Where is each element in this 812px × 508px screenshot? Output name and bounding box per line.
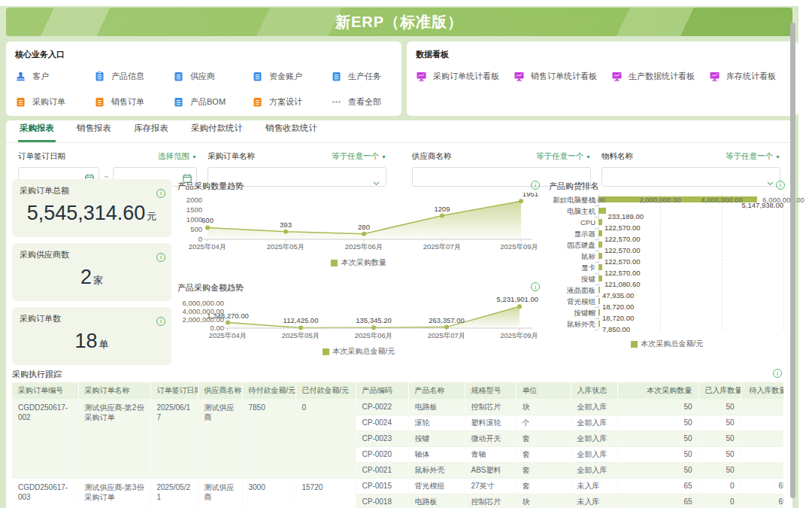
app-header: 新ERP（标准版）: [6, 8, 792, 36]
product-cell: 青轴: [465, 446, 516, 462]
product-cell: 50: [617, 446, 698, 462]
filter-operator-label: 等于任意一个: [536, 151, 583, 162]
amount-trend-chart-block: 产品采购金额趋势i0.002,000,000.004,000,000.006,0…: [177, 282, 540, 360]
filter-operator-label: 选择范围: [158, 151, 189, 162]
bar: [598, 298, 600, 304]
svg-text:112,425.00: 112,425.00: [283, 316, 319, 324]
filter-operator-dropdown[interactable]: 选择范围▼: [158, 151, 197, 162]
svg-text:2025年07月: 2025年07月: [423, 242, 462, 251]
entry-item-fund-account[interactable]: 资金账户: [252, 71, 302, 82]
chart-info-icon[interactable]: i: [531, 181, 540, 190]
stamp-icon: [15, 71, 26, 82]
document-icon: [94, 96, 105, 108]
entry-item-supplier[interactable]: 供应商: [173, 71, 215, 82]
core-business-grid: 客户产品信息供应商资金账户生产任务采购订单销售订单产品BOM方案设计查看全部: [6, 68, 401, 114]
product-cell: CP-0023: [356, 430, 408, 446]
product-cell: 65: [617, 494, 698, 508]
vertical-scrollbar[interactable]: [790, 23, 795, 498]
purchase-tracking-table: 采购订单编号采购订单名称订单签订日期供应商名称待付款金额/元已付款金额/元产品编…: [12, 382, 783, 508]
product-cell: 50: [617, 399, 698, 415]
order-cell: 测试供应商: [198, 399, 242, 478]
monitor-icon: [416, 71, 427, 82]
entry-item-customer[interactable]: 客户: [15, 71, 49, 82]
bar: [598, 253, 602, 259]
bar-category-label: 显示器: [549, 230, 595, 239]
filter-operator-dropdown[interactable]: 等于任意一个▼: [726, 151, 780, 162]
dashboard-item-purchase-order-board[interactable]: 采购订单统计看板: [416, 71, 499, 82]
product-cell: 套: [516, 478, 571, 494]
svg-text:2025年06月: 2025年06月: [355, 331, 393, 339]
dashboard-item-production-board[interactable]: 生产数据统计看板: [611, 71, 695, 82]
product-cell: 轴体: [408, 446, 465, 462]
entry-item-label: 查看全部: [348, 96, 381, 108]
tab-inventory-report[interactable]: 库存报表: [132, 123, 170, 142]
monitor-icon: [514, 71, 525, 82]
tab-sales-receipt[interactable]: 销售收款统计: [264, 123, 319, 142]
entry-item-production-task[interactable]: 生产任务: [331, 71, 381, 82]
entry-item-sales-order[interactable]: 销售订单: [94, 96, 144, 108]
product-cell: 全部入库: [571, 415, 617, 430]
table-row[interactable]: CGDD250617-003测试供应商-第3份采购订单2025/05/21测试供…: [12, 478, 783, 494]
document-icon: [173, 71, 184, 82]
entry-item-product-bom[interactable]: 产品BOM: [173, 96, 226, 108]
entry-item-product-info[interactable]: 产品信息: [94, 71, 144, 82]
product-cell: 65: [617, 478, 698, 494]
entry-item-label: 生产任务: [348, 71, 381, 82]
svg-text:135,345.20: 135,345.20: [356, 316, 392, 324]
product-cell: 套: [516, 430, 571, 446]
product-cell: 65: [741, 494, 783, 508]
chart-info-icon[interactable]: i: [531, 282, 540, 291]
x-axis-tick-label: 2,000,000.00: [639, 196, 680, 204]
kpi-info-icon[interactable]: i: [156, 189, 165, 198]
dashboard-item-inventory-board[interactable]: 库存统计看板: [709, 71, 776, 82]
svg-text:1951: 1951: [523, 193, 538, 198]
table-info-icon[interactable]: i: [773, 369, 782, 378]
svg-text:5,231,901.00: 5,231,901.00: [497, 295, 538, 303]
svg-text:500: 500: [190, 225, 202, 233]
entry-item-scheme-design[interactable]: 方案设计: [252, 96, 302, 108]
svg-text:2025年05月: 2025年05月: [282, 331, 320, 339]
axis-tick: [595, 307, 598, 308]
entry-item-label: 资金账户: [269, 71, 302, 82]
product-cell: 全部入库: [571, 430, 617, 446]
kpi-info-icon[interactable]: i: [156, 253, 165, 262]
axis-tick: [595, 262, 598, 263]
kpi-label: 采购订单总额: [20, 185, 69, 196]
tab-purchase-payment[interactable]: 采购付款统计: [189, 123, 244, 142]
bar: [598, 309, 600, 315]
tab-purchase-report[interactable]: 采购报表: [18, 123, 56, 142]
filter-operator-dropdown[interactable]: 等于任意一个▼: [536, 151, 591, 162]
kpi-info-icon[interactable]: i: [156, 317, 165, 326]
product-cell: 控制芯片: [465, 399, 516, 415]
order-cell: 测试供应商-第2份采购订单: [78, 399, 150, 478]
x-axis-tick-label: 6,000,000.00: [762, 196, 804, 204]
svg-text:280: 280: [358, 223, 370, 231]
bar-category-label: CPU: [549, 218, 595, 227]
product-cell: CP-0021: [356, 462, 408, 478]
filter-label: 订单签订日期: [18, 151, 65, 162]
chart-info-icon[interactable]: i: [776, 181, 785, 190]
bar-value-label: 7,850.00: [602, 325, 630, 333]
entry-item-view-all[interactable]: 查看全部: [331, 96, 381, 108]
product-cell: 套: [516, 462, 571, 478]
chart-legend: 本次采购总金额/元: [177, 346, 540, 357]
bar-category-label: 背光模组: [549, 297, 595, 307]
tab-sales-report[interactable]: 销售报表: [75, 123, 113, 142]
product-cell: 鼠标外壳: [408, 462, 465, 478]
dashboard-item-label: 销售订单统计看板: [531, 71, 597, 82]
dashboard-item-sales-order-board[interactable]: 销售订单统计看板: [514, 71, 597, 82]
table-title: 采购执行跟踪: [12, 369, 62, 380]
kpi-card-purchase-order-count: 采购订单数i18单: [12, 307, 171, 365]
svg-text:2025年09月: 2025年09月: [500, 331, 538, 339]
filter-label: 物料名称: [601, 151, 633, 162]
entry-item-purchase-order[interactable]: 采购订单: [15, 96, 65, 108]
document-icon: [252, 71, 263, 82]
core-business-panel: 核心业务入口 客户产品信息供应商资金账户生产任务采购订单销售订单产品BOM方案设…: [6, 41, 401, 116]
column-header: 已入库数量: [698, 382, 741, 399]
product-cell: 50: [617, 430, 698, 446]
table-row[interactable]: CGDD250617-002测试供应商-第2份采购订单2025/06/17测试供…: [12, 399, 783, 415]
column-header: 供应商名称: [198, 382, 242, 399]
product-cell: 50: [617, 415, 698, 430]
filter-operator-dropdown[interactable]: 等于任意一个▼: [332, 151, 386, 162]
bar-plot-area: 新款电脑整机5,147,938.00电脑主机233,189.00CPU122,5…: [549, 194, 785, 334]
